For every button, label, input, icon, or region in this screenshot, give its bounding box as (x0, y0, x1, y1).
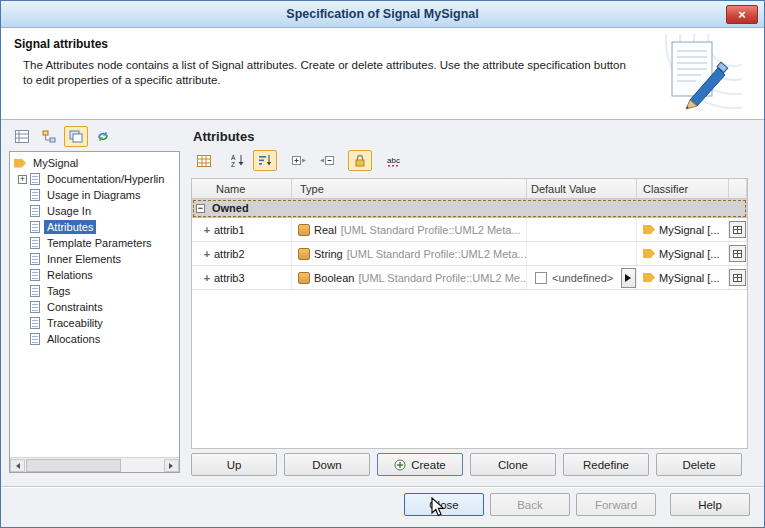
header-title: Signal attributes (14, 37, 108, 51)
signal-icon (643, 249, 655, 258)
document-icon (30, 237, 40, 249)
document-icon (30, 269, 40, 281)
scrollbar-thumb[interactable] (26, 459, 121, 472)
row-expander-icon[interactable]: + (200, 272, 214, 284)
default-value-cell (527, 218, 637, 241)
open-specification-button[interactable] (729, 269, 746, 286)
tree-item-label: Allocations (44, 332, 103, 346)
classifier-value: MySignal [... (659, 272, 720, 284)
classifier-value: MySignal [... (659, 248, 720, 260)
tree-view-button[interactable] (37, 126, 61, 147)
attribute-name: attrib1 (214, 224, 245, 236)
group-row-owned[interactable]: − Owned (192, 199, 747, 218)
tree-item-usage-in[interactable]: Usage In (10, 203, 179, 219)
help-button[interactable]: Help (670, 493, 750, 516)
attributes-toolbar: AZ (192, 150, 408, 171)
tree-item-documentation[interactable]: + Documentation/Hyperlin (10, 171, 179, 187)
row-actions-cell (729, 218, 747, 241)
document-icon (30, 317, 40, 329)
row-expander-icon[interactable]: + (200, 248, 214, 260)
tree-item-label: Usage in Diagrams (44, 188, 144, 202)
type-name: Boolean (314, 272, 354, 284)
open-specification-button[interactable] (729, 245, 746, 262)
default-value: <undefined> (552, 272, 613, 284)
tree-horizontal-scrollbar[interactable] (10, 457, 179, 472)
table-icon (733, 274, 742, 282)
column-header-type[interactable]: Type (292, 179, 527, 198)
sort-alphabetically-button[interactable]: AZ (226, 150, 250, 171)
refresh-icon (96, 130, 110, 143)
collapse-all-icon (319, 154, 334, 167)
value-expand-button[interactable] (621, 268, 636, 288)
sort-alphabetic-icon: AZ (231, 154, 245, 167)
table-row-attrib2[interactable]: + attrib2 String [UML Standard Profile::… (192, 242, 747, 266)
column-header-default-value[interactable]: Default Value (527, 179, 637, 198)
document-icon (30, 205, 40, 217)
tree-item-inner-elements[interactable]: Inner Elements (10, 251, 179, 267)
table-row-attrib3[interactable]: + attrib3 Boolean [UML Standard Profile:… (192, 266, 747, 290)
tree-item-allocations[interactable]: Allocations (10, 331, 179, 347)
create-button[interactable]: Create (377, 453, 463, 476)
close-icon: × (738, 7, 746, 22)
lock-icon (354, 154, 366, 167)
datatype-icon (298, 248, 310, 260)
clone-button[interactable]: Clone (470, 453, 556, 476)
attributes-table: Name Type Default Value Classifier − Own… (191, 178, 748, 449)
sort-order-icon (258, 154, 272, 167)
scroll-right-button[interactable] (164, 459, 179, 472)
tree-item-label: Traceability (44, 316, 106, 330)
tree-item-template-parameters[interactable]: Template Parameters (10, 235, 179, 251)
tree-item-constraints[interactable]: Constraints (10, 299, 179, 315)
back-button[interactable]: Back (490, 493, 570, 516)
collapse-box-icon[interactable]: − (196, 204, 205, 213)
row-expander-icon[interactable]: + (200, 224, 214, 236)
up-button[interactable]: Up (191, 453, 277, 476)
lock-button[interactable] (348, 150, 372, 171)
scroll-left-button[interactable] (10, 459, 25, 472)
close-window-button[interactable]: × (726, 5, 758, 24)
type-detail: [UML Standard Profile::UML2 Meta... (347, 248, 527, 260)
refresh-button[interactable] (91, 126, 115, 147)
tree-item-relations[interactable]: Relations (10, 267, 179, 283)
tree-item-attributes[interactable]: Attributes (10, 219, 179, 235)
close-button[interactable]: Close (404, 493, 484, 516)
boolean-checkbox[interactable] (535, 272, 547, 284)
title-bar[interactable]: Specification of Signal MySignal × (1, 1, 764, 28)
name-filter-button[interactable]: abc (382, 150, 408, 171)
expand-all-icon (292, 154, 307, 167)
collapse-nodes-button[interactable] (314, 150, 338, 171)
name-cell: + attrib3 (192, 266, 292, 289)
expand-box-icon[interactable]: + (18, 175, 27, 184)
delete-button[interactable]: Delete (656, 453, 742, 476)
table-row-attrib1[interactable]: + attrib1 Real [UML Standard Profile::UM… (192, 218, 747, 242)
structure-view-button[interactable] (64, 126, 88, 147)
svg-text:Z: Z (231, 161, 235, 167)
type-cell: Boolean [UML Standard Profile::UML2 Me..… (292, 266, 527, 289)
column-header-classifier[interactable]: Classifier (637, 179, 729, 198)
redefine-button[interactable]: Redefine (563, 453, 649, 476)
document-icon (30, 333, 40, 345)
tree-item-traceability[interactable]: Traceability (10, 315, 179, 331)
columns-icon (197, 155, 211, 167)
column-header-name[interactable]: Name (192, 179, 292, 198)
tree-item-label: Template Parameters (44, 236, 155, 250)
tree-item-label: Constraints (44, 300, 106, 314)
tree-item-tags[interactable]: Tags (10, 283, 179, 299)
structure-view-icon (69, 130, 83, 143)
expand-nodes-button[interactable] (287, 150, 311, 171)
tree-item-usage-in-diagrams[interactable]: Usage in Diagrams (10, 187, 179, 203)
down-button[interactable]: Down (284, 453, 370, 476)
forward-button[interactable]: Forward (576, 493, 656, 516)
row-actions-cell (729, 242, 747, 265)
columns-button[interactable] (192, 150, 216, 171)
classifier-cell: MySignal [... (637, 266, 729, 289)
attribute-name: attrib2 (214, 248, 245, 260)
list-view-button[interactable] (10, 126, 34, 147)
sort-order-button[interactable] (253, 150, 277, 171)
open-specification-button[interactable] (729, 221, 746, 238)
table-header-row: Name Type Default Value Classifier (192, 179, 747, 199)
datatype-icon (298, 272, 310, 284)
document-icon (30, 285, 40, 297)
tree-item-root[interactable]: MySignal (10, 155, 179, 171)
name-cell: + attrib2 (192, 242, 292, 265)
